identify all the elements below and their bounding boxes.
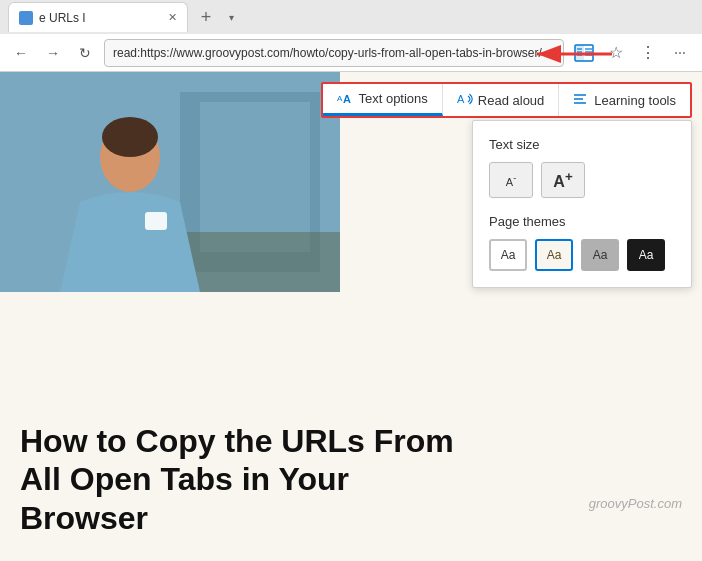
theme-sepia-button[interactable]: Aa bbox=[535, 239, 573, 271]
article-title-line3: Browser bbox=[20, 500, 148, 536]
tab-dropdown-button[interactable]: ▾ bbox=[220, 6, 242, 28]
text-options-label: Text options bbox=[358, 91, 427, 106]
forward-button[interactable]: → bbox=[40, 40, 66, 66]
reader-view-icon[interactable] bbox=[570, 39, 598, 67]
article-title: How to Copy the URLs From All Open Tabs … bbox=[20, 422, 682, 537]
read-aloud-icon: A bbox=[457, 92, 473, 109]
favorites-icon[interactable]: ☆ bbox=[602, 39, 630, 67]
page-themes-title: Page themes bbox=[489, 214, 675, 229]
increase-text-label: A+ bbox=[553, 169, 572, 191]
toolbar-icons: ☆ ⋮ ⋯ bbox=[570, 39, 694, 67]
svg-rect-11 bbox=[200, 102, 310, 252]
decrease-text-button[interactable]: A- bbox=[489, 162, 533, 198]
text-size-title: Text size bbox=[489, 137, 675, 152]
tab-close-button[interactable]: ✕ bbox=[168, 11, 177, 24]
learning-tools-label: Learning tools bbox=[594, 93, 676, 108]
reader-toolbar: A A Text options A Read aloud bbox=[321, 82, 692, 118]
theme-dark-label: Aa bbox=[639, 248, 654, 262]
svg-text:A: A bbox=[457, 93, 465, 105]
theme-white-button[interactable]: Aa bbox=[489, 239, 527, 271]
article-title-line2: All Open Tabs in Your bbox=[20, 461, 349, 497]
increase-text-button[interactable]: A+ bbox=[541, 162, 585, 198]
text-size-row: A- A+ bbox=[489, 162, 675, 198]
url-bar[interactable]: read:https://www.groovypost.com/howto/co… bbox=[104, 39, 564, 67]
decrease-text-label: A- bbox=[506, 173, 516, 188]
theme-white-label: Aa bbox=[501, 248, 516, 262]
tab-bar: e URLs I ✕ + ▾ bbox=[0, 0, 702, 34]
svg-point-15 bbox=[102, 117, 158, 157]
text-options-button[interactable]: A A Text options bbox=[323, 84, 442, 116]
page-area: A A Text options A Read aloud bbox=[0, 72, 702, 561]
article-title-line1: How to Copy the URLs From bbox=[20, 423, 454, 459]
refresh-button[interactable]: ↻ bbox=[72, 40, 98, 66]
theme-row: Aa Aa Aa Aa bbox=[489, 239, 675, 271]
back-button[interactable]: ← bbox=[8, 40, 34, 66]
theme-gray-button[interactable]: Aa bbox=[581, 239, 619, 271]
url-text: read:https://www.groovypost.com/howto/co… bbox=[113, 46, 542, 60]
text-options-panel: Text size A- A+ Page themes Aa Aa Aa Aa bbox=[472, 120, 692, 288]
extra-icon[interactable]: ⋯ bbox=[666, 39, 694, 67]
learning-tools-button[interactable]: Learning tools bbox=[559, 84, 690, 116]
article-content: How to Copy the URLs From All Open Tabs … bbox=[0, 412, 702, 551]
settings-icon[interactable]: ⋮ bbox=[634, 39, 662, 67]
tab-favicon bbox=[19, 11, 33, 25]
svg-rect-14 bbox=[145, 212, 167, 230]
hero-svg bbox=[0, 72, 340, 292]
read-aloud-label: Read aloud bbox=[478, 93, 545, 108]
new-tab-button[interactable]: + bbox=[192, 3, 220, 31]
address-bar: ← → ↻ read:https://www.groovypost.com/ho… bbox=[0, 34, 702, 72]
svg-rect-1 bbox=[575, 45, 584, 61]
learning-tools-icon bbox=[573, 92, 589, 109]
article-hero-image bbox=[0, 72, 340, 292]
groovy-watermark: groovyPost.com bbox=[589, 496, 682, 511]
read-aloud-button[interactable]: A Read aloud bbox=[443, 84, 560, 116]
text-options-icon: A A bbox=[337, 90, 353, 107]
svg-text:A: A bbox=[343, 93, 351, 104]
active-tab[interactable]: e URLs I ✕ bbox=[8, 2, 188, 32]
theme-dark-button[interactable]: Aa bbox=[627, 239, 665, 271]
theme-sepia-label: Aa bbox=[547, 248, 562, 262]
tab-title: e URLs I bbox=[39, 11, 86, 25]
theme-gray-label: Aa bbox=[593, 248, 608, 262]
